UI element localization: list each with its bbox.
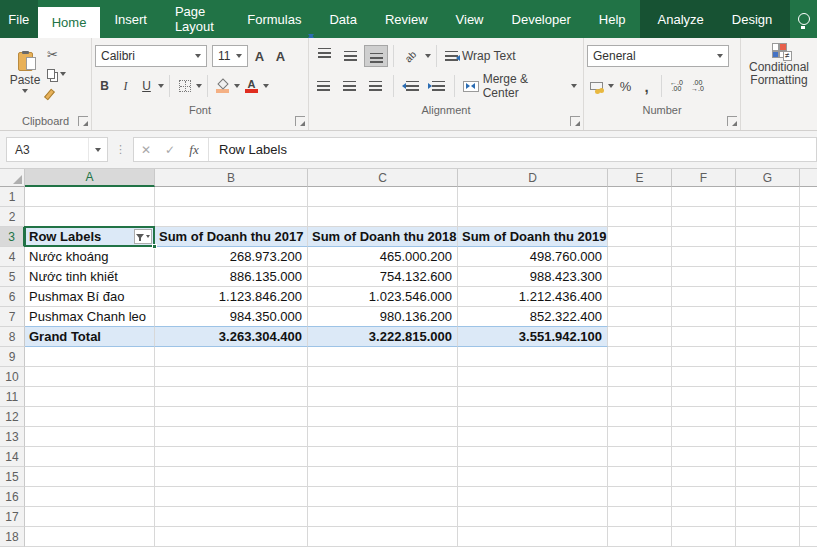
cell-B8[interactable]: 3.263.304.400 [155, 327, 308, 347]
percent-style-button[interactable]: % [616, 76, 635, 97]
cell-partial[interactable] [800, 367, 817, 387]
column-header-D[interactable]: D [458, 169, 608, 187]
cell-partial[interactable] [800, 187, 817, 207]
cell-A1[interactable] [25, 187, 155, 207]
font-color-button[interactable]: A [242, 76, 261, 97]
cell-C8[interactable]: 3.222.815.000 [308, 327, 458, 347]
cell-A8[interactable]: Grand Total [25, 327, 155, 347]
tab-insert[interactable]: Insert [100, 0, 161, 38]
insert-function-button[interactable]: fx [182, 142, 206, 158]
cell-C13[interactable] [308, 427, 458, 447]
underline-button[interactable]: U [137, 76, 156, 97]
number-dialog-launcher-icon[interactable] [727, 116, 737, 126]
row-header-15[interactable]: 15 [0, 467, 25, 487]
bold-button[interactable]: B [95, 76, 114, 97]
middle-align-button[interactable] [338, 45, 362, 67]
cell-B2[interactable] [155, 207, 308, 227]
cell-A4[interactable]: Nước khoáng [25, 247, 155, 267]
row-header-3[interactable]: 3 [0, 227, 25, 247]
cell-C16[interactable] [308, 487, 458, 507]
row-header-10[interactable]: 10 [0, 367, 25, 387]
cell-E2[interactable] [608, 207, 672, 227]
cell-G8[interactable] [736, 327, 800, 347]
orientation-caret-icon[interactable] [425, 54, 431, 58]
cell-partial[interactable] [800, 507, 817, 527]
merge-center-button[interactable]: Merge & Center [460, 75, 580, 97]
cell-E11[interactable] [608, 387, 672, 407]
bottom-align-button[interactable] [364, 45, 388, 67]
cell-partial[interactable] [800, 207, 817, 227]
row-labels-filter-button[interactable] [134, 229, 152, 244]
cell-C4[interactable]: 465.000.200 [308, 247, 458, 267]
cell-B18[interactable] [155, 527, 308, 547]
grow-font-button[interactable]: A [250, 46, 269, 67]
cell-A6[interactable]: Pushmax Bí đao [25, 287, 155, 307]
row-header-8[interactable]: 8 [0, 327, 25, 347]
cell-partial[interactable] [800, 467, 817, 487]
cell-E17[interactable] [608, 507, 672, 527]
tab-data[interactable]: Data [315, 0, 370, 38]
enter-button[interactable]: ✓ [158, 143, 182, 157]
cell-B4[interactable]: 268.973.200 [155, 247, 308, 267]
wrap-text-button[interactable]: Wrap Text [442, 45, 519, 67]
cell-partial[interactable] [800, 307, 817, 327]
cell-F3[interactable] [672, 227, 736, 247]
cell-B1[interactable] [155, 187, 308, 207]
cell-partial[interactable] [800, 527, 817, 547]
cell-D13[interactable] [458, 427, 608, 447]
cell-E6[interactable] [608, 287, 672, 307]
cell-D12[interactable] [458, 407, 608, 427]
fill-color-caret-icon[interactable] [234, 84, 240, 88]
font-name-select[interactable]: Calibri [95, 45, 207, 67]
cell-E14[interactable] [608, 447, 672, 467]
cell-C6[interactable]: 1.023.546.000 [308, 287, 458, 307]
column-header-partial[interactable] [800, 169, 817, 187]
cell-C15[interactable] [308, 467, 458, 487]
cell-D3[interactable]: Sum of Doanh thu 2019 [458, 227, 608, 247]
cell-G13[interactable] [736, 427, 800, 447]
formula-input[interactable]: Row Labels [211, 142, 287, 157]
cell-G9[interactable] [736, 347, 800, 367]
format-painter-button[interactable] [47, 86, 66, 102]
cell-E13[interactable] [608, 427, 672, 447]
decrease-indent-button[interactable] [399, 75, 423, 97]
cell-D17[interactable] [458, 507, 608, 527]
row-header-16[interactable]: 16 [0, 487, 25, 507]
cell-A14[interactable] [25, 447, 155, 467]
cell-G12[interactable] [736, 407, 800, 427]
cell-F2[interactable] [672, 207, 736, 227]
tab-view[interactable]: View [442, 0, 498, 38]
accounting-format-button[interactable] [587, 76, 606, 97]
cell-F14[interactable] [672, 447, 736, 467]
borders-button[interactable] [175, 76, 194, 97]
cell-E5[interactable] [608, 267, 672, 287]
cell-A10[interactable] [25, 367, 155, 387]
font-size-select[interactable]: 11 [212, 45, 248, 67]
italic-button[interactable]: I [116, 76, 135, 97]
number-format-select[interactable]: General [587, 45, 729, 67]
cell-C9[interactable] [308, 347, 458, 367]
cell-D4[interactable]: 498.760.000 [458, 247, 608, 267]
cell-partial[interactable] [800, 387, 817, 407]
borders-caret-icon[interactable] [196, 84, 202, 88]
cell-E4[interactable] [608, 247, 672, 267]
align-left-button[interactable] [312, 75, 336, 97]
cell-G18[interactable] [736, 527, 800, 547]
cell-B12[interactable] [155, 407, 308, 427]
cell-D11[interactable] [458, 387, 608, 407]
tab-help[interactable]: Help [585, 0, 640, 38]
ideas-button[interactable] [790, 0, 817, 38]
alignment-dialog-launcher-icon[interactable] [570, 116, 580, 126]
cell-D18[interactable] [458, 527, 608, 547]
cell-G5[interactable] [736, 267, 800, 287]
tab-design[interactable]: Design [718, 0, 786, 38]
column-header-F[interactable]: F [672, 169, 736, 187]
column-header-A[interactable]: A [25, 169, 155, 187]
cell-B13[interactable] [155, 427, 308, 447]
cell-D7[interactable]: 852.322.400 [458, 307, 608, 327]
cell-G11[interactable] [736, 387, 800, 407]
cell-C10[interactable] [308, 367, 458, 387]
cell-C18[interactable] [308, 527, 458, 547]
cell-C2[interactable] [308, 207, 458, 227]
cell-F13[interactable] [672, 427, 736, 447]
